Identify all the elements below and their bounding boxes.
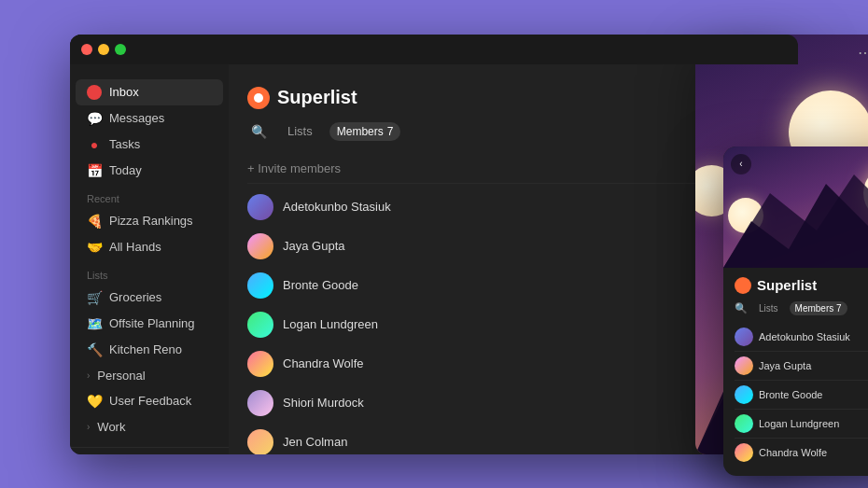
close-button[interactable]	[81, 44, 92, 55]
member-avatar-2	[247, 272, 273, 299]
member-avatar-4	[247, 351, 273, 377]
sidebar-item-kitchen[interactable]: 🔨 Kitchen Reno	[76, 337, 223, 363]
member-name-3: Logan Lundgreen	[283, 317, 378, 331]
work-chevron-icon: ›	[87, 422, 90, 432]
sidebar-item-work[interactable]: › Work	[76, 414, 223, 439]
sidebar-item-allhands-label: All Hands	[109, 240, 161, 254]
panel-dots-menu[interactable]: ⋯	[858, 44, 868, 62]
members-tab-label: Members	[337, 125, 384, 138]
member-name-2: Bronte Goode	[283, 278, 358, 292]
search-icon[interactable]: 🔍	[247, 120, 271, 143]
sidebar-item-groceries[interactable]: 🛒 Groceries	[76, 285, 223, 311]
sidebar-item-personal-label: Personal	[97, 369, 145, 383]
maximize-button[interactable]	[115, 44, 126, 55]
sidebar-item-groceries-label: Groceries	[109, 290, 161, 304]
sidebar-item-pizza-label: Pizza Rankings	[109, 214, 193, 228]
member-avatar-1	[247, 233, 273, 259]
sidebar-item-inbox[interactable]: Inbox	[76, 79, 223, 105]
sidebar-item-userfeedback-label: User Feedback	[109, 394, 191, 408]
mobile-card-hero: ‹ ⋯	[723, 146, 868, 268]
app-title: Superlist	[277, 87, 357, 108]
mobile-card: ‹ ⋯ Superlist 🔍 Lists Members 7 Adetokun…	[723, 146, 868, 476]
mobile-member-avatar-2	[735, 385, 753, 404]
userfeedback-icon: 💛	[87, 394, 102, 409]
member-name-0: Adetokunbo Stasiuk	[283, 200, 391, 214]
mobile-app-header: Superlist	[735, 277, 868, 294]
sidebar-item-offsite[interactable]: 🗺️ Offsite Planning	[76, 311, 223, 337]
mobile-back-button[interactable]: ‹	[731, 154, 751, 174]
invite-label: + Invite members	[247, 161, 341, 175]
mobile-members-count: 7	[836, 303, 842, 314]
member-name-1: Jaya Gupta	[283, 239, 345, 253]
sidebar-item-today[interactable]: 📅 Today	[76, 158, 223, 184]
mobile-member-row-2[interactable]: Bronte Goode ✕	[735, 381, 868, 410]
member-name-5: Shiori Murdock	[283, 396, 364, 410]
sidebar-item-kitchen-label: Kitchen Reno	[109, 342, 182, 356]
member-avatar-5	[247, 390, 273, 416]
groceries-icon: 🛒	[87, 290, 102, 305]
sidebar-item-tasks-label: Tasks	[109, 137, 140, 151]
pizza-icon: 🍕	[87, 214, 102, 229]
member-name-6: Jen Colman	[283, 435, 347, 449]
mobile-tab-members[interactable]: Members 7	[790, 301, 847, 315]
mobile-app-logo	[735, 277, 751, 294]
mobile-member-name-2: Bronte Goode	[759, 389, 868, 400]
title-bar	[70, 35, 798, 64]
mobile-search-icon[interactable]: 🔍	[735, 302, 748, 314]
mobile-member-row-4[interactable]: Chandra Wolfe ✕	[735, 439, 868, 467]
member-avatar-3	[247, 312, 273, 338]
sidebar-item-userfeedback[interactable]: 💛 User Feedback	[76, 388, 223, 414]
mobile-members-label: Members	[795, 303, 834, 314]
mobile-member-row-0[interactable]: Adetokunbo Stasiuk	[735, 323, 868, 352]
offsite-icon: 🗺️	[87, 316, 102, 331]
recent-section-label: Recent	[70, 184, 229, 208]
member-avatar-6	[247, 429, 273, 454]
sidebar-item-allhands[interactable]: 🤝 All Hands	[76, 234, 223, 260]
sidebar-item-messages[interactable]: 💬 Messages	[76, 105, 223, 132]
mobile-member-row-3[interactable]: Logan Lundgreen ✕	[735, 410, 868, 439]
kitchen-icon: 🔨	[87, 342, 102, 357]
member-avatar-0	[247, 194, 273, 220]
sidebar-item-pizza[interactable]: 🍕 Pizza Rankings	[76, 208, 223, 234]
mobile-toolbar: 🔍 Lists Members 7	[735, 301, 868, 315]
sidebar-nav: Inbox 💬 Messages ● Tasks 📅 Today Recent …	[70, 72, 229, 447]
mobile-member-row-1[interactable]: Jaya Gupta ✕	[735, 352, 868, 381]
mobile-member-name-3: Logan Lundgreen	[759, 418, 868, 429]
minimize-button[interactable]	[98, 44, 109, 55]
sidebar-item-today-label: Today	[109, 163, 142, 177]
mobile-member-avatar-1	[735, 356, 753, 375]
mobile-card-body: Superlist 🔍 Lists Members 7 Adetokunbo S…	[723, 268, 868, 476]
today-icon: 📅	[87, 163, 102, 178]
mobile-member-avatar-3	[735, 414, 753, 433]
tab-lists[interactable]: Lists	[278, 120, 322, 142]
mobile-tab-lists[interactable]: Lists	[753, 301, 784, 315]
sidebar-item-tasks[interactable]: ● Tasks	[76, 132, 223, 158]
tab-members[interactable]: Members 7	[329, 122, 401, 141]
sidebar-footer: + Create new ⌘K	[70, 447, 229, 454]
members-count: 7	[387, 125, 394, 138]
messages-icon: 💬	[87, 111, 102, 126]
sidebar-item-work-label: Work	[97, 420, 125, 434]
mobile-member-avatar-0	[735, 328, 753, 346]
tasks-icon: ●	[87, 137, 102, 152]
member-name-4: Chandra Wolfe	[283, 356, 363, 370]
desktop-window: Inbox 💬 Messages ● Tasks 📅 Today Recent …	[70, 35, 798, 454]
mobile-member-avatar-4	[735, 443, 753, 462]
inbox-icon	[87, 85, 102, 100]
app-logo	[247, 87, 270, 109]
sidebar-item-inbox-label: Inbox	[109, 85, 139, 99]
sidebar: Inbox 💬 Messages ● Tasks 📅 Today Recent …	[70, 35, 229, 454]
allhands-icon: 🤝	[87, 240, 102, 255]
mobile-member-name-1: Jaya Gupta	[759, 360, 868, 371]
lists-section-label: Lists	[70, 260, 229, 285]
mobile-member-name-0: Adetokunbo Stasiuk	[759, 331, 868, 342]
sidebar-item-messages-label: Messages	[109, 111, 164, 125]
mobile-member-name-4: Chandra Wolfe	[759, 447, 868, 458]
sidebar-item-personal[interactable]: › Personal	[76, 363, 223, 388]
personal-chevron-icon: ›	[87, 370, 90, 381]
sidebar-item-offsite-label: Offsite Planning	[109, 316, 195, 330]
mobile-app-title: Superlist	[757, 277, 817, 293]
